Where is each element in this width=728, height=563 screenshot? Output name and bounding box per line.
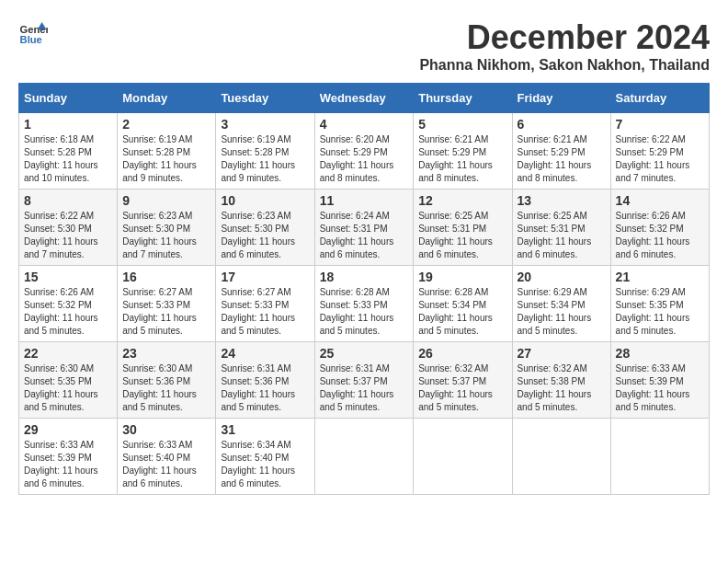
day-info: Sunrise: 6:18 AMSunset: 5:28 PMDaylight:… — [24, 134, 98, 183]
calendar-cell: 11Sunrise: 6:24 AMSunset: 5:31 PMDayligh… — [314, 190, 414, 266]
day-info: Sunrise: 6:32 AMSunset: 5:37 PMDaylight:… — [418, 363, 493, 412]
day-info: Sunrise: 6:25 AMSunset: 5:31 PMDaylight:… — [518, 211, 592, 259]
day-number: 10 — [221, 193, 309, 208]
day-info: Sunrise: 6:22 AMSunset: 5:29 PMDaylight:… — [616, 134, 690, 183]
day-number: 24 — [221, 346, 309, 361]
day-info: Sunrise: 6:21 AMSunset: 5:29 PMDaylight:… — [418, 134, 493, 183]
day-number: 13 — [518, 193, 606, 208]
calendar-cell: 12Sunrise: 6:25 AMSunset: 5:31 PMDayligh… — [414, 190, 512, 266]
calendar-cell — [610, 419, 709, 495]
calendar-cell: 1Sunrise: 6:18 AMSunset: 5:28 PMDaylight… — [19, 113, 118, 190]
day-number: 8 — [24, 193, 112, 208]
header: General Blue December 2024 Phanna Nikhom… — [18, 18, 710, 74]
calendar-cell: 3Sunrise: 6:19 AMSunset: 5:28 PMDaylight… — [216, 113, 314, 190]
calendar-cell: 2Sunrise: 6:19 AMSunset: 5:28 PMDaylight… — [118, 113, 216, 190]
calendar-cell: 21Sunrise: 6:29 AMSunset: 5:35 PMDayligh… — [610, 266, 709, 342]
calendar-cell: 28Sunrise: 6:33 AMSunset: 5:39 PMDayligh… — [610, 342, 709, 419]
day-header-thursday: Thursday — [414, 84, 512, 113]
calendar-cell: 5Sunrise: 6:21 AMSunset: 5:29 PMDaylight… — [414, 113, 512, 190]
calendar-cell: 27Sunrise: 6:32 AMSunset: 5:38 PMDayligh… — [512, 342, 610, 419]
calendar-cell: 30Sunrise: 6:33 AMSunset: 5:40 PMDayligh… — [118, 419, 216, 495]
calendar-cell: 29Sunrise: 6:33 AMSunset: 5:39 PMDayligh… — [19, 419, 118, 495]
day-number: 25 — [320, 346, 409, 361]
day-info: Sunrise: 6:28 AMSunset: 5:33 PMDaylight:… — [320, 287, 394, 336]
day-info: Sunrise: 6:22 AMSunset: 5:30 PMDaylight:… — [24, 211, 98, 259]
day-number: 15 — [24, 270, 112, 284]
day-number: 28 — [616, 346, 704, 361]
day-number: 18 — [320, 270, 409, 284]
calendar-cell — [512, 419, 610, 495]
day-info: Sunrise: 6:29 AMSunset: 5:35 PMDaylight:… — [616, 287, 690, 336]
day-info: Sunrise: 6:20 AMSunset: 5:29 PMDaylight:… — [320, 134, 394, 183]
day-number: 29 — [24, 422, 112, 437]
day-info: Sunrise: 6:33 AMSunset: 5:39 PMDaylight:… — [616, 363, 690, 412]
day-header-saturday: Saturday — [610, 84, 709, 113]
calendar-cell: 20Sunrise: 6:29 AMSunset: 5:34 PMDayligh… — [512, 266, 610, 342]
day-info: Sunrise: 6:32 AMSunset: 5:38 PMDaylight:… — [518, 363, 592, 412]
day-header-tuesday: Tuesday — [216, 84, 314, 113]
day-info: Sunrise: 6:31 AMSunset: 5:37 PMDaylight:… — [320, 363, 394, 412]
day-number: 2 — [122, 117, 210, 132]
day-number: 17 — [221, 270, 309, 284]
day-info: Sunrise: 6:30 AMSunset: 5:35 PMDaylight:… — [24, 363, 98, 412]
calendar-cell: 7Sunrise: 6:22 AMSunset: 5:29 PMDaylight… — [610, 113, 709, 190]
calendar-table: SundayMondayTuesdayWednesdayThursdayFrid… — [18, 83, 710, 495]
day-number: 20 — [518, 270, 606, 284]
day-info: Sunrise: 6:33 AMSunset: 5:40 PMDaylight:… — [122, 440, 197, 488]
calendar-cell: 22Sunrise: 6:30 AMSunset: 5:35 PMDayligh… — [19, 342, 118, 419]
day-number: 5 — [418, 117, 506, 132]
day-info: Sunrise: 6:21 AMSunset: 5:29 PMDaylight:… — [518, 134, 592, 183]
day-number: 30 — [122, 422, 210, 437]
day-number: 22 — [24, 346, 112, 361]
day-number: 19 — [418, 270, 506, 284]
day-number: 16 — [122, 270, 210, 284]
day-header-friday: Friday — [512, 84, 610, 113]
day-info: Sunrise: 6:26 AMSunset: 5:32 PMDaylight:… — [24, 287, 98, 336]
calendar-cell: 19Sunrise: 6:28 AMSunset: 5:34 PMDayligh… — [414, 266, 512, 342]
day-info: Sunrise: 6:30 AMSunset: 5:36 PMDaylight:… — [122, 363, 197, 412]
location-title: Phanna Nikhom, Sakon Nakhon, Thailand — [419, 57, 710, 74]
day-info: Sunrise: 6:33 AMSunset: 5:39 PMDaylight:… — [24, 440, 98, 488]
day-number: 7 — [616, 117, 704, 132]
calendar-week-3: 15Sunrise: 6:26 AMSunset: 5:32 PMDayligh… — [19, 266, 710, 342]
day-info: Sunrise: 6:23 AMSunset: 5:30 PMDaylight:… — [122, 211, 197, 259]
calendar-cell: 4Sunrise: 6:20 AMSunset: 5:29 PMDaylight… — [314, 113, 414, 190]
title-area: December 2024 Phanna Nikhom, Sakon Nakho… — [419, 18, 710, 74]
day-info: Sunrise: 6:27 AMSunset: 5:33 PMDaylight:… — [221, 287, 295, 336]
calendar-cell: 24Sunrise: 6:31 AMSunset: 5:36 PMDayligh… — [216, 342, 314, 419]
day-number: 3 — [221, 117, 309, 132]
day-number: 1 — [24, 117, 112, 132]
day-number: 6 — [518, 117, 606, 132]
day-number: 27 — [518, 346, 606, 361]
day-header-monday: Monday — [118, 84, 216, 113]
calendar-cell: 14Sunrise: 6:26 AMSunset: 5:32 PMDayligh… — [610, 190, 709, 266]
day-number: 26 — [418, 346, 506, 361]
day-number: 31 — [221, 422, 309, 437]
calendar-cell: 26Sunrise: 6:32 AMSunset: 5:37 PMDayligh… — [414, 342, 512, 419]
logo-icon: General Blue — [18, 18, 48, 48]
day-number: 23 — [122, 346, 210, 361]
calendar-cell — [314, 419, 414, 495]
svg-text:Blue: Blue — [20, 34, 42, 45]
calendar-cell: 17Sunrise: 6:27 AMSunset: 5:33 PMDayligh… — [216, 266, 314, 342]
calendar-cell: 8Sunrise: 6:22 AMSunset: 5:30 PMDaylight… — [19, 190, 118, 266]
logo: General Blue — [18, 18, 48, 48]
day-info: Sunrise: 6:19 AMSunset: 5:28 PMDaylight:… — [122, 134, 197, 183]
calendar-cell: 23Sunrise: 6:30 AMSunset: 5:36 PMDayligh… — [118, 342, 216, 419]
day-info: Sunrise: 6:24 AMSunset: 5:31 PMDaylight:… — [320, 211, 394, 259]
day-info: Sunrise: 6:31 AMSunset: 5:36 PMDaylight:… — [221, 363, 295, 412]
day-info: Sunrise: 6:25 AMSunset: 5:31 PMDaylight:… — [418, 211, 493, 259]
day-info: Sunrise: 6:34 AMSunset: 5:40 PMDaylight:… — [221, 440, 295, 488]
calendar-cell: 16Sunrise: 6:27 AMSunset: 5:33 PMDayligh… — [118, 266, 216, 342]
day-info: Sunrise: 6:23 AMSunset: 5:30 PMDaylight:… — [221, 211, 295, 259]
calendar-cell: 10Sunrise: 6:23 AMSunset: 5:30 PMDayligh… — [216, 190, 314, 266]
day-info: Sunrise: 6:28 AMSunset: 5:34 PMDaylight:… — [418, 287, 493, 336]
calendar-cell: 25Sunrise: 6:31 AMSunset: 5:37 PMDayligh… — [314, 342, 414, 419]
day-number: 14 — [616, 193, 704, 208]
day-header-wednesday: Wednesday — [314, 84, 414, 113]
month-title: December 2024 — [419, 18, 710, 57]
day-number: 12 — [418, 193, 506, 208]
calendar-week-5: 29Sunrise: 6:33 AMSunset: 5:39 PMDayligh… — [19, 419, 710, 495]
calendar-cell: 15Sunrise: 6:26 AMSunset: 5:32 PMDayligh… — [19, 266, 118, 342]
calendar-cell: 9Sunrise: 6:23 AMSunset: 5:30 PMDaylight… — [118, 190, 216, 266]
